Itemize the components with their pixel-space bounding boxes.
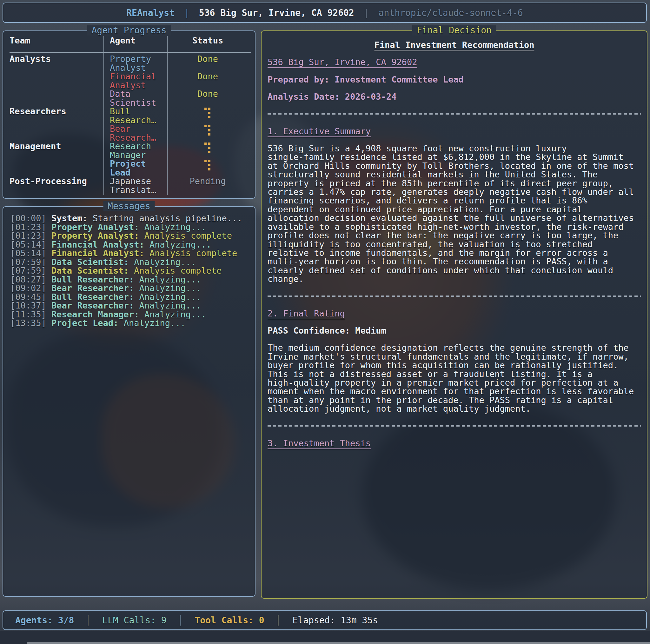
- message-text: Analyzing...: [139, 275, 201, 284]
- team-label: Researchers: [9, 107, 101, 116]
- status-cell: [165, 159, 251, 172]
- section-heading: 3. Investment Thesis: [267, 439, 641, 448]
- status-cell: [165, 124, 251, 137]
- status-cell: Pending: [165, 177, 251, 186]
- agent-name: Bull Research…: [101, 107, 165, 124]
- status-cell: Done: [165, 55, 251, 64]
- document-address: 536 Big Sur, Irvine, CA 92602: [267, 58, 641, 66]
- team-label: Management: [9, 142, 101, 151]
- agent-row: Project Lead: [9, 159, 251, 177]
- statusbar-item: Tool Calls: 0: [194, 615, 264, 625]
- team-label: Post-Processing: [9, 177, 101, 186]
- section-divider: [267, 110, 641, 118]
- timestamp: [05:14]: [10, 248, 51, 258]
- agent-name: Research Manager: [101, 142, 165, 159]
- log-line: [13:35] Project Lead: Analyzing...: [10, 319, 250, 328]
- log-line: [11:35] Research Manager: Analyzing...: [10, 310, 250, 319]
- spinner-icon: [205, 160, 211, 171]
- speaker-name: Bear Researcher:: [51, 283, 139, 293]
- statusbar-divider: │: [276, 615, 281, 625]
- column-header-agent: Agent: [101, 36, 165, 45]
- spinner-icon: [205, 143, 211, 153]
- analysis-date: Analysis Date: 2026-03-24: [267, 93, 641, 101]
- timestamp: [09:45]: [10, 292, 51, 302]
- header-divider: |: [364, 8, 369, 18]
- log-line: [05:14] Financial Analyst: Analysis comp…: [10, 249, 250, 258]
- spinner-icon: [205, 108, 211, 118]
- timestamp: [01:23]: [10, 222, 51, 232]
- table-header-row: Team Agent Status: [9, 36, 251, 45]
- log-line: [01:23] Property Analyst: Analyzing...: [10, 223, 250, 232]
- statusbar-item: LLM Calls: 9: [102, 615, 166, 625]
- app-title: REAnalyst: [126, 8, 175, 18]
- agent-name: Bear Research…: [101, 124, 165, 142]
- agent-progress-table: Team Agent Status AnalystsProperty Analy…: [9, 36, 251, 195]
- terminal-screen: REAnalyst | 536 Big Sur, Irvine, CA 9260…: [0, 0, 650, 644]
- document-sections: 1. Executive Summary536 Big Sur is a 4,9…: [267, 110, 641, 448]
- status-cell: Done: [165, 90, 251, 98]
- log-line: [10:37] Bear Researcher: Analyzing...: [10, 301, 250, 310]
- column-header-team: Team: [9, 36, 101, 45]
- message-text: Analyzing...: [139, 283, 201, 293]
- timestamp: [13:35]: [10, 318, 51, 328]
- message-text: Analysis complete: [144, 231, 232, 241]
- agent-name: Japanese Translat…: [101, 177, 165, 194]
- agent-row: ResearchersBull Research…: [9, 107, 251, 124]
- agent-progress-panel: Agent Progress Team Agent Status Analyst…: [3, 31, 255, 199]
- agent-name: Financial Analyst: [101, 72, 165, 90]
- message-log[interactable]: [00:00] System: Starting analysis pipeli…: [10, 214, 250, 592]
- header-bar: REAnalyst | 536 Big Sur, Irvine, CA 9260…: [3, 3, 647, 23]
- message-text: Analysis complete: [149, 248, 237, 258]
- log-line: [09:45] Bull Researcher: Analyzing...: [10, 293, 250, 301]
- speaker-name: Property Analyst:: [51, 222, 144, 232]
- log-line: [01:23] Property Analyst: Analysis compl…: [10, 231, 250, 240]
- log-line: [08:27] Bull Researcher: Analyzing...: [10, 275, 250, 284]
- message-text: Analyzing...: [144, 222, 206, 232]
- message-text: Analyzing...: [144, 310, 206, 319]
- speaker-name: Data Scientist:: [51, 257, 134, 267]
- final-decision-document[interactable]: Final Investment Recommendation 536 Big …: [267, 41, 641, 592]
- section-divider: [267, 422, 641, 430]
- speaker-name: Financial Analyst:: [51, 248, 149, 258]
- section-divider: [267, 292, 641, 300]
- status-cell: [165, 107, 251, 120]
- speaker-name: Property Analyst:: [51, 231, 144, 241]
- section-body: 536 Big Sur is a 4,908 square foot new c…: [267, 144, 641, 283]
- log-line: [05:14] Financial Analyst: Analyzing...: [10, 240, 250, 249]
- property-address: 536 Big Sur, Irvine, CA 92602: [199, 8, 354, 18]
- status-bar: Agents: 3/8│LLM Calls: 9│Tool Calls: 0│E…: [3, 610, 647, 630]
- speaker-name: Bear Researcher:: [51, 300, 139, 311]
- header-divider: |: [184, 8, 189, 18]
- timestamp: [07:59]: [10, 266, 51, 276]
- statusbar-divider: │: [85, 615, 91, 625]
- spinner-icon: [205, 125, 211, 136]
- section-heading: 1. Executive Summary: [267, 127, 641, 136]
- agent-row: Data ScientistDone: [9, 90, 251, 107]
- message-text: Analyzing...: [139, 300, 201, 311]
- speaker-name: Financial Analyst:: [51, 240, 149, 249]
- timestamp: [10:37]: [10, 300, 51, 311]
- speaker-name: Research Manager:: [51, 310, 144, 319]
- agent-row: ManagementResearch Manager: [9, 142, 251, 159]
- statusbar-item: Agents: 3/8: [15, 615, 74, 625]
- prepared-by: Prepared by: Investment Committee Lead: [267, 75, 641, 84]
- speaker-name: Bull Researcher:: [51, 275, 139, 284]
- section-body: The medium confidence designation reflec…: [267, 344, 641, 413]
- log-line: [07:59] Data Scientist: Analysis complet…: [10, 266, 250, 275]
- status-cell: Done: [165, 72, 251, 81]
- header-rule: [9, 52, 251, 53]
- agent-name: Data Scientist: [101, 90, 165, 107]
- agent-row: Post-ProcessingJapanese Translat…Pending: [9, 177, 251, 194]
- message-text: Analyzing...: [124, 318, 186, 328]
- agent-name: Property Analyst: [101, 55, 165, 72]
- message-text: Analyzing...: [139, 292, 201, 302]
- timestamp: [05:14]: [10, 240, 51, 249]
- speaker-name: Bull Researcher:: [51, 292, 139, 302]
- statusbar-item: Elapsed: 13m 35s: [292, 615, 378, 625]
- timestamp: [01:23]: [10, 231, 51, 241]
- floor-highlight: [27, 642, 650, 644]
- section-heading: 2. Final Rating: [267, 309, 641, 318]
- message-text: Analyzing...: [134, 257, 196, 267]
- table-body: AnalystsProperty AnalystDoneFinancial An…: [9, 55, 251, 194]
- agent-name: Project Lead: [101, 159, 165, 177]
